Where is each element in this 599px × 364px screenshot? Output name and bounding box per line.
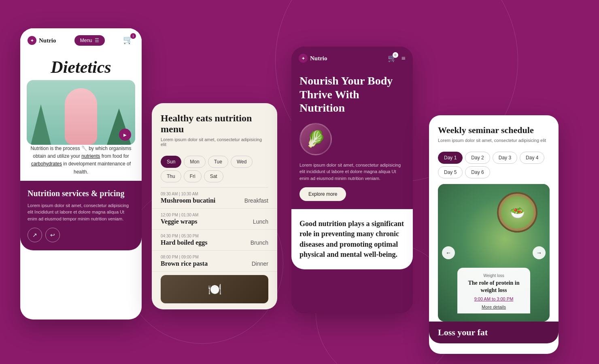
nutrio-logo-icon: ✦ bbox=[28, 36, 36, 45]
person-figure bbox=[65, 88, 97, 145]
phone3-food-icon: 🥬 bbox=[306, 129, 326, 148]
play-button[interactable]: ▶ bbox=[119, 129, 131, 141]
phone4-subtitle: Lorem ipsum dolor sit amet, consectetur … bbox=[438, 138, 550, 143]
phone3-hamburger-icon[interactable]: ≡ bbox=[401, 54, 406, 63]
seminar-day-tabs: Day 1 Day 2 Day 3 Day 4 Day 5 Day 6 bbox=[429, 152, 559, 184]
day-tab-sun[interactable]: Sun bbox=[161, 156, 181, 168]
lunch-food: Veggie wraps bbox=[161, 218, 198, 225]
phone4-title: Weekly seminar schedule bbox=[438, 125, 550, 135]
phone2-header: Healthy eats nutrition menu Lorem ipsum … bbox=[152, 103, 277, 156]
food-bowl: 🥗 bbox=[501, 196, 533, 229]
brunch-food: Hard boiled eggs bbox=[161, 239, 208, 246]
breakfast-food: Mushroom bucatini bbox=[161, 197, 215, 204]
brunch-time: 04:30 PM | 05:30 PM bbox=[161, 234, 268, 238]
phone1-description: Nutrition is the process 🥄 by which orga… bbox=[20, 145, 142, 181]
phone1-header: ✦ Nutrio Menu ☰ 🛒 1 bbox=[20, 28, 142, 53]
breakfast-row: Mushroom bucatini Breakfast bbox=[161, 197, 268, 204]
phone3-nourish: ✦ Nutrio 🛒 0 ≡ Nourish Your BodyThrive W… bbox=[291, 47, 413, 313]
phone2-food-image: 🍽️ bbox=[161, 275, 268, 303]
nutrients-link[interactable]: nutrients bbox=[81, 153, 100, 159]
day-tab-mon[interactable]: Mon bbox=[184, 156, 205, 168]
day-tab-tue[interactable]: Tue bbox=[208, 156, 228, 168]
phone1-hero-image: ▶ bbox=[27, 80, 135, 145]
phone1-bottom-section: Nutrition services & pricing Lorem ipsum… bbox=[20, 181, 142, 251]
phone1-logo-text: Nutrio bbox=[39, 37, 56, 44]
menu-label: Menu bbox=[80, 38, 92, 43]
phone1-logo: ✦ Nutrio bbox=[28, 36, 56, 45]
phone3-hero-title: Nourish Your BodyThrive With Nutrition bbox=[291, 70, 413, 123]
phone1-cart[interactable]: 🛒 1 bbox=[123, 35, 134, 46]
seminar-info-card: Weight loss The role of protein in weigh… bbox=[457, 268, 530, 313]
seminar-tab-day2[interactable]: Day 2 bbox=[465, 152, 490, 164]
seminar-card: 🥗 ← → Weight loss The role of protein in… bbox=[438, 184, 550, 322]
phone4-bottom: Loss your fat bbox=[429, 322, 559, 343]
phone3-description: Lorem ipsum dolor sit amet, consectetur … bbox=[291, 162, 413, 182]
seminar-next-button[interactable]: → bbox=[533, 246, 546, 259]
phone3-header: ✦ Nutrio 🛒 0 ≡ bbox=[291, 47, 413, 70]
phone2-menu: Healthy eats nutrition menu Lorem ipsum … bbox=[152, 103, 277, 309]
phone1-nav-buttons: ↗ ↩ bbox=[28, 228, 134, 242]
seminar-card-title: The role of protein in weight loss bbox=[463, 279, 525, 294]
day-tab-wed[interactable]: Wed bbox=[231, 156, 253, 168]
menu-item-brunch: 04:30 PM | 05:30 PM Hard boiled eggs Bru… bbox=[152, 230, 277, 251]
phone1-services-title: Nutrition services & pricing bbox=[28, 189, 134, 198]
seminar-tab-day6[interactable]: Day 6 bbox=[465, 166, 490, 178]
phone1-back-button[interactable]: ↩ bbox=[45, 228, 60, 242]
phone3-white-section: Good nutrition plays a significant role … bbox=[291, 209, 413, 269]
brunch-category: Brunch bbox=[251, 239, 268, 246]
seminar-prev-button[interactable]: ← bbox=[442, 246, 455, 259]
phone1-services-desc: Lorem ipsum dolor sit amet, consectetur … bbox=[28, 202, 134, 222]
phone4-bottom-title: Loss your fat bbox=[438, 327, 550, 338]
lunch-time: 12:00 PM | 01:30 AM bbox=[161, 213, 268, 217]
phone3-cart[interactable]: 🛒 0 bbox=[388, 54, 397, 63]
phone1-menu-button[interactable]: Menu ☰ bbox=[74, 35, 105, 46]
phone2-subtitle: Lorem ipsum dolor sit amet, consectetur … bbox=[161, 137, 268, 147]
food-plate-icon: 🍽️ bbox=[208, 283, 222, 296]
hamburger-icon: ☰ bbox=[95, 38, 99, 43]
dinner-category: Dinner bbox=[252, 260, 268, 267]
breakfast-category: Breakfast bbox=[244, 197, 268, 204]
seminar-time: 9:00 AM to 3:00 PM bbox=[463, 296, 525, 301]
seminar-tab-day5[interactable]: Day 5 bbox=[438, 166, 463, 178]
phone1-next-button[interactable]: ↗ bbox=[28, 228, 42, 242]
dinner-time: 08:00 PM | 09:00 PM bbox=[161, 255, 268, 259]
menu-item-lunch: 12:00 PM | 01:30 AM Veggie wraps Lunch bbox=[152, 209, 277, 230]
seminar-navigation: ← → bbox=[438, 246, 550, 259]
more-details-link[interactable]: More details bbox=[463, 305, 525, 309]
seminar-tab-day3[interactable]: Day 3 bbox=[493, 152, 517, 164]
phone3-food-circle: 🥬 bbox=[300, 123, 332, 155]
phone3-logo-text: Nutrio bbox=[310, 55, 327, 62]
phone3-cart-badge: 0 bbox=[393, 52, 398, 58]
day-tabs-container: Sun Mon Tue Wed Thu Fri Sat bbox=[152, 156, 277, 187]
carbohydrates-link[interactable]: carbohydrates bbox=[31, 161, 62, 167]
lunch-row: Veggie wraps Lunch bbox=[161, 218, 268, 225]
day-tab-sat[interactable]: Sat bbox=[204, 170, 223, 182]
explore-more-button[interactable]: Explore more bbox=[300, 187, 346, 201]
brunch-row: Hard boiled eggs Brunch bbox=[161, 239, 268, 246]
lunch-category: Lunch bbox=[253, 218, 268, 225]
seminar-tab-day1[interactable]: Day 1 bbox=[438, 152, 463, 164]
dinner-row: Brown rice pasta Dinner bbox=[161, 260, 268, 267]
phone1-page-title: Dietetics bbox=[20, 53, 142, 80]
day-tab-thu[interactable]: Thu bbox=[161, 170, 181, 182]
phone3-quote: Good nutrition plays a significant role … bbox=[300, 219, 405, 260]
seminar-tab-day4[interactable]: Day 4 bbox=[520, 152, 544, 164]
plant-left bbox=[31, 104, 51, 145]
phone4-header: Weekly seminar schedule Lorem ipsum dolo… bbox=[429, 115, 559, 152]
cart-badge: 1 bbox=[130, 33, 136, 39]
seminar-category: Weight loss bbox=[463, 273, 525, 278]
menu-item-dinner: 08:00 PM | 09:00 PM Brown rice pasta Din… bbox=[152, 251, 277, 272]
phone2-title: Healthy eats nutrition menu bbox=[161, 113, 268, 135]
day-tab-fri[interactable]: Fri bbox=[184, 170, 202, 182]
phone4-seminar: Weekly seminar schedule Lorem ipsum dolo… bbox=[429, 115, 559, 354]
menu-item-breakfast: 09:30 AM | 10:30 AM Mushroom bucatini Br… bbox=[152, 188, 277, 209]
dinner-food: Brown rice pasta bbox=[161, 260, 208, 267]
phone3-logo-icon: ✦ bbox=[299, 54, 308, 63]
phone3-logo: ✦ Nutrio bbox=[299, 54, 327, 63]
phone1-dietetics: ✦ Nutrio Menu ☰ 🛒 1 Dietetics ▶ Nutritio… bbox=[20, 28, 142, 320]
breakfast-time: 09:30 AM | 10:30 AM bbox=[161, 192, 268, 196]
